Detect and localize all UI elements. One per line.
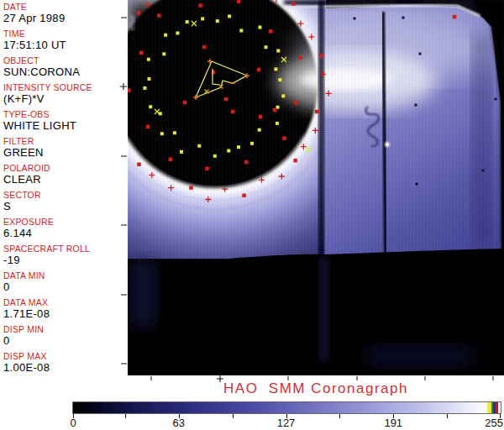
- field-label: SPACECRAFT ROLL: [3, 244, 128, 254]
- field-value: 27 Apr 1989: [3, 13, 128, 24]
- field-label: DATA MIN: [3, 270, 128, 281]
- field-value: (K+F)*V: [3, 93, 128, 105]
- field-value: S: [3, 201, 128, 212]
- colorbar-label-191: 191: [384, 417, 402, 428]
- field-label: EXPOSURE: [3, 217, 128, 227]
- field-value: SUN:CORONA: [3, 66, 128, 78]
- field-value: 6.144: [3, 228, 128, 239]
- field-value: WHITE LIGHT: [3, 120, 128, 132]
- field-value: 0: [3, 281, 128, 293]
- field-label: DISP MAX: [3, 351, 128, 361]
- colorbar-minor-tick: [233, 414, 234, 418]
- field-label: DATE: [3, 2, 128, 12]
- colorbar-minor-tick: [339, 414, 340, 418]
- field-value: GREEN: [3, 147, 128, 159]
- coronagraph-image: [128, 0, 504, 375]
- field-value: 1.71E-08: [3, 308, 128, 320]
- colorbar-minor-tick: [125, 414, 126, 418]
- field-label: FILTER: [3, 136, 128, 146]
- colorbar: [72, 401, 501, 414]
- field-label: INTENSITY SOURCE: [3, 82, 128, 92]
- panel-seam: [318, 0, 324, 258]
- coronagraph-viewer: DATE27 Apr 1989TIME17:51:10 UTOBJECTSUN:…: [0, 0, 504, 430]
- sidebar-field-intensity-source: INTENSITY SOURCE(K+F)*V: [3, 82, 128, 105]
- colorbar-label-63: 63: [173, 417, 185, 428]
- field-value: -19: [3, 254, 128, 266]
- field-label: TIME: [3, 29, 128, 39]
- colorbar-label-127: 127: [277, 417, 296, 428]
- panel-dark-band: [472, 34, 491, 248]
- field-label: DATA MAX: [3, 297, 128, 307]
- colorbar-label-255: 255: [485, 417, 503, 428]
- sidebar-field-object: OBJECTSUN:CORONA: [3, 55, 128, 78]
- field-label: POLAROID: [3, 163, 128, 173]
- sidebar-field-disp-max: DISP MAX1.00E-08: [3, 351, 128, 374]
- field-label: SECTOR: [3, 190, 128, 200]
- sidebar-field-data-min: DATA MIN0: [3, 270, 128, 293]
- field-label: DISP MIN: [3, 324, 128, 334]
- field-label: TYPE-OBS: [3, 109, 128, 119]
- field-value: CLEAR: [3, 174, 128, 186]
- image-title: HAO SMM Coronagraph: [128, 380, 504, 397]
- colorbar-minor-tick: [447, 414, 448, 418]
- sidebar-field-polaroid: POLAROIDCLEAR: [3, 163, 128, 186]
- field-value: 17:51:10 UT: [3, 39, 128, 51]
- lower-faint-patch: [367, 345, 473, 367]
- sidebar-field-time: TIME17:51:10 UT: [3, 29, 128, 51]
- sidebar-field-sector: SECTORS: [3, 190, 128, 212]
- colorbar-label-0: 0: [70, 417, 76, 428]
- coronagraph-scene: [128, 0, 504, 375]
- lower-seam-faint-glow: [319, 258, 328, 360]
- field-value: 1.00E-08: [3, 362, 128, 374]
- sidebar-field-type-obs: TYPE-OBSWHITE LIGHT: [3, 109, 128, 132]
- sidebar-field-filter: FILTERGREEN: [3, 136, 128, 159]
- field-value: 0: [3, 335, 128, 347]
- metadata-sidebar: DATE27 Apr 1989TIME17:51:10 UTOBJECTSUN:…: [0, 0, 128, 386]
- field-label: OBJECT: [3, 55, 128, 66]
- sidebar-field-date: DATE27 Apr 1989: [3, 2, 128, 24]
- sidebar-field-spacecraft-roll: SPACECRAFT ROLL-19: [3, 244, 128, 266]
- sidebar-field-data-max: DATA MAX1.71E-08: [3, 297, 128, 320]
- sidebar-field-exposure: EXPOSURE6.144: [3, 217, 128, 239]
- lower-left-faint-glow: [129, 259, 157, 328]
- sidebar-field-disp-min: DISP MIN0: [3, 324, 128, 347]
